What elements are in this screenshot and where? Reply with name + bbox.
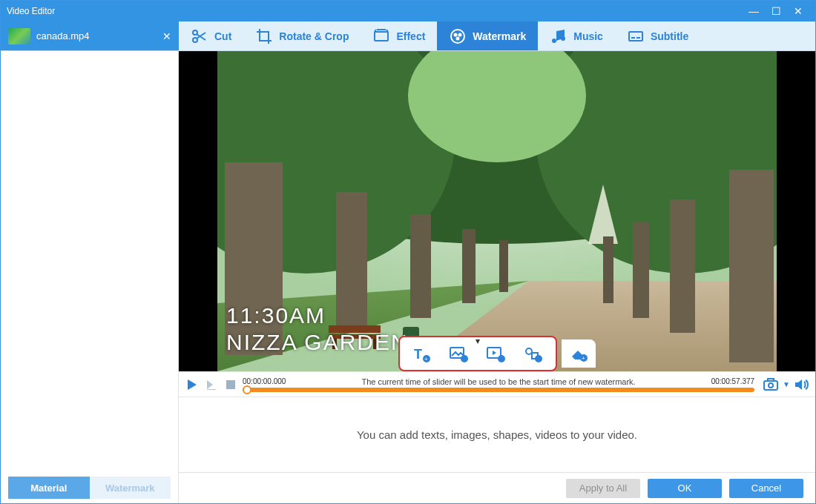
watermark-add-toolbar: ▾ T+ + + + — [398, 336, 596, 371]
svg-rect-8 — [629, 32, 642, 41]
svg-rect-53 — [768, 379, 774, 381]
timeline-slider[interactable] — [243, 388, 754, 392]
effect-icon — [372, 27, 390, 45]
svg-point-41 — [526, 348, 532, 354]
ok-button[interactable]: OK — [648, 479, 722, 498]
add-shape-watermark-button[interactable]: + — [523, 345, 544, 364]
close-window-button[interactable]: ✕ — [787, 5, 809, 17]
tool-watermark[interactable]: Watermark — [437, 21, 538, 50]
time-end: 00:00:57.377 — [673, 377, 754, 386]
tool-subtitle[interactable]: Subtitle — [615, 21, 700, 50]
tool-tabs: Cut Rotate & Crop Effect Watermark — [179, 21, 815, 50]
svg-marker-38 — [493, 351, 496, 355]
svg-rect-22 — [729, 170, 774, 362]
svg-rect-50 — [226, 380, 235, 389]
tool-cut[interactable]: Cut — [179, 21, 243, 50]
app-window: Video Editor ― ☐ ✕ canada.mp4 ✕ Cut Rota… — [0, 0, 816, 504]
svg-point-52 — [769, 383, 773, 388]
apply-to-all-button[interactable]: Apply to All — [566, 479, 640, 498]
cancel-button[interactable]: Cancel — [729, 479, 803, 498]
crop-icon — [255, 27, 273, 45]
close-file-button[interactable]: ✕ — [162, 30, 171, 42]
tool-label: Effect — [396, 30, 425, 42]
hint-area: You can add texts, images, shapes, video… — [179, 397, 815, 472]
snapshot-dropdown-icon[interactable]: ▼ — [783, 380, 790, 388]
step-button[interactable] — [204, 377, 219, 392]
svg-text:+: + — [424, 356, 428, 362]
svg-point-3 — [451, 30, 464, 43]
overlay-time: 11:30AM — [226, 303, 409, 328]
sidebar: Material Watermark — [1, 51, 179, 503]
svg-rect-21 — [499, 240, 508, 292]
svg-text:+: + — [582, 355, 585, 362]
subtitle-icon — [627, 27, 645, 45]
tool-label: Subtitle — [651, 30, 688, 42]
overlay-place: NIZZA GARDEN — [226, 330, 409, 355]
svg-point-4 — [454, 33, 458, 36]
playback-bar: 00:00:00.000 The current time of slider … — [179, 371, 815, 397]
add-image-watermark-button[interactable]: + — [449, 345, 470, 364]
tool-music[interactable]: Music — [538, 21, 615, 50]
tool-label: Music — [573, 30, 603, 42]
main-area: Material Watermark — [1, 51, 815, 503]
video-overlay-text: 11:30AM NIZZA GARDEN — [226, 303, 409, 355]
svg-text:+: + — [536, 356, 540, 362]
slider-thumb[interactable] — [243, 385, 251, 394]
footer: Apply to All OK Cancel — [179, 472, 815, 503]
sidebar-tab-label: Material — [30, 483, 67, 494]
svg-rect-23 — [670, 199, 695, 333]
window-title: Video Editor — [7, 6, 743, 16]
svg-rect-19 — [410, 214, 431, 318]
file-name: canada.mp4 — [36, 30, 157, 42]
sidebar-tab-material[interactable]: Material — [8, 477, 90, 499]
sidebar-content — [1, 51, 178, 472]
svg-point-5 — [458, 33, 462, 36]
play-button[interactable] — [185, 377, 200, 392]
timeline-hint: The current time of slider will be used … — [324, 377, 673, 386]
tool-label: Rotate & Crop — [279, 30, 349, 42]
timeline-track-wrap: 00:00:00.000 The current time of slider … — [243, 377, 754, 392]
maximize-button[interactable]: ☐ — [765, 5, 787, 17]
add-text-watermark-button[interactable]: T+ — [412, 345, 432, 364]
tool-label: Cut — [214, 30, 231, 42]
tool-rotate-crop[interactable]: Rotate & Crop — [243, 21, 361, 50]
watermark-icon — [449, 27, 467, 45]
scissors-icon — [191, 27, 208, 45]
svg-text:+: + — [499, 356, 503, 362]
stop-button[interactable] — [223, 377, 238, 392]
eraser-watermark-button[interactable]: + — [562, 339, 596, 368]
file-tab[interactable]: canada.mp4 ✕ — [1, 21, 179, 50]
sidebar-tab-label: Watermark — [105, 483, 155, 494]
titlebar: Video Editor ― ☐ ✕ — [1, 1, 815, 21]
svg-rect-51 — [764, 381, 777, 390]
svg-point-6 — [456, 36, 460, 40]
svg-point-7 — [561, 36, 565, 41]
svg-rect-24 — [633, 222, 649, 318]
chevron-down-icon[interactable]: ▾ — [476, 336, 480, 346]
tool-effect[interactable]: Effect — [361, 21, 437, 50]
snapshot-button[interactable] — [763, 377, 778, 392]
sidebar-tabs: Material Watermark — [8, 477, 171, 499]
svg-marker-48 — [207, 380, 213, 389]
sidebar-tab-watermark[interactable]: Watermark — [90, 477, 171, 499]
svg-text:T: T — [414, 347, 422, 362]
svg-rect-2 — [375, 32, 388, 41]
svg-rect-20 — [462, 229, 476, 303]
file-thumbnail — [8, 28, 30, 44]
svg-rect-25 — [603, 236, 613, 303]
svg-rect-49 — [207, 389, 216, 390]
top-row: canada.mp4 ✕ Cut Rotate & Crop Effect — [1, 21, 815, 51]
video-stage: 11:30AM NIZZA GARDEN ▾ T+ + — [179, 51, 815, 371]
video-canvas[interactable]: 11:30AM NIZZA GARDEN ▾ T+ + — [217, 51, 777, 371]
svg-marker-47 — [188, 379, 197, 390]
hint-text: You can add texts, images, shapes, video… — [357, 428, 637, 441]
add-video-watermark-button[interactable]: + — [486, 345, 507, 364]
preview-area: 11:30AM NIZZA GARDEN ▾ T+ + — [179, 51, 815, 503]
tool-label: Watermark — [473, 30, 526, 42]
minimize-button[interactable]: ― — [743, 5, 765, 17]
music-icon — [550, 27, 567, 45]
volume-button[interactable] — [794, 377, 809, 392]
watermark-add-group: ▾ T+ + + + — [398, 336, 557, 371]
svg-marker-54 — [795, 379, 802, 390]
time-start: 00:00:00.000 — [243, 377, 324, 386]
